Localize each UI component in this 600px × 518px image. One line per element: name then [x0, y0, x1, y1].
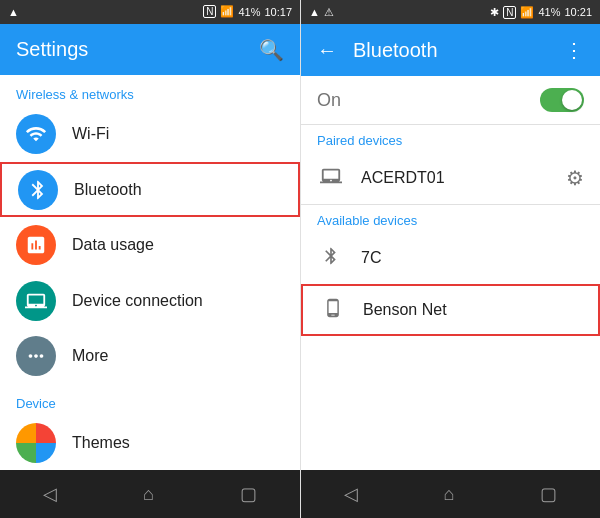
left-panel: ▲ N 📶 41% 10:17 Settings 🔍 Wireless & ne… [0, 0, 300, 518]
right-recent-icon[interactable]: ▢ [540, 483, 557, 505]
sidebar-item-bluetooth[interactable]: Bluetooth [0, 162, 300, 218]
acerdt01-name: ACERDT01 [361, 169, 566, 187]
more-icon [16, 336, 56, 376]
left-nav-bar: ◁ ⌂ ▢ [0, 470, 300, 518]
wifi-label: Wi-Fi [72, 125, 109, 143]
more-label: More [72, 347, 108, 365]
sidebar-item-more[interactable]: More [0, 328, 300, 384]
search-icon[interactable]: 🔍 [259, 38, 284, 62]
sidebar-item-device-connection[interactable]: Device connection [0, 273, 300, 329]
right-home-icon[interactable]: ⌂ [444, 484, 455, 505]
gear-icon[interactable]: ⚙ [566, 166, 584, 190]
right-bluetooth-icon: ✱ [490, 6, 499, 19]
bluetooth-icon [18, 170, 58, 210]
right-status-bar-right: ✱ N 📶 41% 10:21 [490, 6, 592, 19]
laptop-icon [317, 165, 345, 192]
right-wifi-icon: 📶 [520, 6, 534, 19]
nfc-icon: N [203, 5, 216, 18]
right-signal-icon: ▲ [309, 6, 320, 18]
device-section-header: Device [0, 384, 300, 415]
left-app-bar: Settings 🔍 [0, 24, 300, 76]
right-back-icon[interactable]: ◁ [344, 483, 358, 505]
left-status-bar: ▲ N 📶 41% 10:17 [0, 0, 300, 24]
home-icon[interactable]: ⌂ [143, 484, 154, 505]
right-app-bar: ← Bluetooth ⋮ [301, 24, 600, 76]
bluetooth-toggle-row: On [301, 76, 600, 124]
bluetooth-title: Bluetooth [353, 39, 564, 62]
device-7c-name: 7C [361, 249, 584, 267]
right-panel: ▲ ⚠ ✱ N 📶 41% 10:21 ← Bluetooth ⋮ On Pai… [300, 0, 600, 518]
signal-icon: ▲ [8, 6, 19, 18]
wireless-section-header: Wireless & networks [0, 75, 300, 106]
right-time: 10:21 [564, 6, 592, 18]
benson-net-name: Benson Net [363, 301, 582, 319]
paired-device-acerdt01[interactable]: ACERDT01 ⚙ [301, 152, 600, 204]
back-icon[interactable]: ◁ [43, 483, 57, 505]
themes-icon [16, 423, 56, 463]
right-nav-bar: ◁ ⌂ ▢ [301, 470, 600, 518]
right-alert-icon: ⚠ [324, 6, 334, 19]
bluetooth-toggle-switch[interactable] [540, 88, 584, 112]
data-usage-icon [16, 225, 56, 265]
bluetooth-toggle-label: On [317, 90, 341, 111]
paired-devices-section-label: Paired devices [301, 125, 600, 152]
bluetooth-device-icon [317, 246, 345, 271]
toggle-knob [562, 90, 582, 110]
sidebar-item-wifi[interactable]: Wi-Fi [0, 106, 300, 162]
settings-title: Settings [16, 38, 88, 61]
wifi-icon [16, 114, 56, 154]
right-status-bar: ▲ ⚠ ✱ N 📶 41% 10:21 [301, 0, 600, 24]
recent-icon[interactable]: ▢ [240, 483, 257, 505]
sidebar-item-data-usage[interactable]: Data usage [0, 217, 300, 273]
available-devices-section-label: Available devices [301, 205, 600, 232]
device-connection-icon [16, 281, 56, 321]
left-status-bar-left: ▲ [8, 6, 19, 18]
phone-device-icon [319, 298, 347, 323]
right-battery-icon: 41% [538, 6, 560, 18]
battery-icon: 41% [238, 6, 260, 18]
time-left: 10:17 [264, 6, 292, 18]
sidebar-item-themes[interactable]: Themes [0, 415, 300, 471]
bluetooth-label: Bluetooth [74, 181, 142, 199]
themes-label: Themes [72, 434, 130, 452]
right-nfc-icon: N [503, 6, 516, 19]
back-button[interactable]: ← [317, 39, 337, 62]
overflow-menu-icon[interactable]: ⋮ [564, 38, 584, 62]
right-status-bar-left: ▲ ⚠ [309, 6, 334, 19]
device-connection-label: Device connection [72, 292, 203, 310]
available-device-7c[interactable]: 7C [301, 232, 600, 284]
data-usage-label: Data usage [72, 236, 154, 254]
available-device-benson-net[interactable]: Benson Net [301, 284, 600, 336]
wifi-status-icon: 📶 [220, 5, 234, 18]
left-status-bar-right: N 📶 41% 10:17 [203, 5, 292, 18]
